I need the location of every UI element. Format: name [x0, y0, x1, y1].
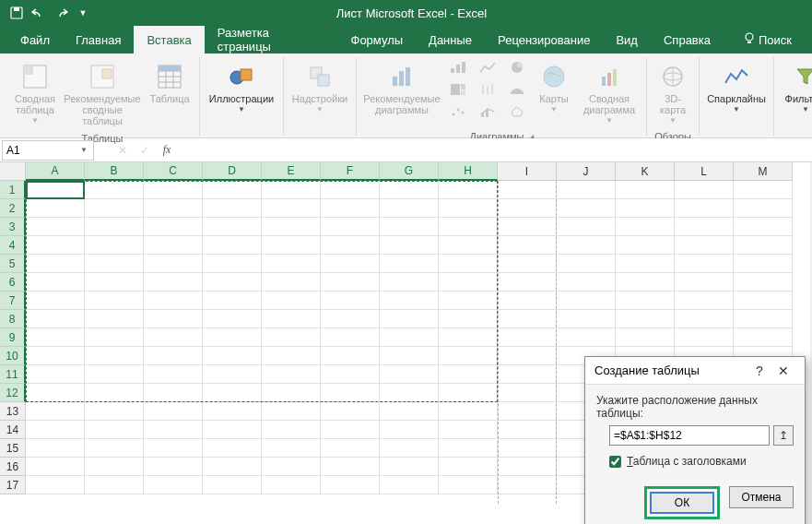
cell[interactable]: [321, 476, 380, 494]
cancel-button[interactable]: Отмена: [729, 486, 794, 508]
cell[interactable]: [262, 328, 321, 347]
cell[interactable]: [380, 310, 439, 328]
cell[interactable]: [85, 365, 144, 384]
cell[interactable]: [85, 255, 144, 273]
cell[interactable]: [616, 218, 675, 236]
cell[interactable]: [262, 347, 321, 365]
cell[interactable]: [439, 347, 498, 365]
cell[interactable]: [321, 255, 380, 273]
cell[interactable]: [557, 236, 616, 255]
cell[interactable]: [380, 181, 439, 199]
cell[interactable]: [85, 328, 144, 347]
cell[interactable]: [675, 218, 734, 236]
range-input[interactable]: [609, 425, 770, 446]
cell[interactable]: [203, 199, 262, 218]
collapse-dialog-icon[interactable]: ↥: [773, 425, 794, 446]
cell[interactable]: [380, 255, 439, 273]
cell[interactable]: [557, 181, 616, 199]
cell[interactable]: [203, 421, 262, 439]
column-header[interactable]: F: [321, 162, 380, 181]
row-header[interactable]: 6: [0, 273, 26, 292]
tab-help[interactable]: Справка: [651, 26, 724, 54]
cell[interactable]: [144, 347, 203, 365]
cell[interactable]: [557, 328, 616, 347]
cell[interactable]: [26, 310, 85, 328]
cell[interactable]: [203, 384, 262, 402]
cell[interactable]: [439, 218, 498, 236]
cell[interactable]: [498, 236, 557, 255]
undo-icon[interactable]: [29, 4, 48, 22]
close-icon[interactable]: ✕: [771, 363, 795, 378]
cell[interactable]: [498, 218, 557, 236]
cell[interactable]: [616, 255, 675, 273]
cell[interactable]: [498, 476, 557, 494]
cell[interactable]: [203, 310, 262, 328]
tab-file[interactable]: Файл: [7, 26, 63, 54]
cell[interactable]: [675, 292, 734, 310]
cell[interactable]: [144, 199, 203, 218]
cell[interactable]: [262, 199, 321, 218]
cell[interactable]: [439, 402, 498, 421]
row-header[interactable]: 13: [0, 402, 26, 421]
cell[interactable]: [498, 273, 557, 292]
formula-input[interactable]: [182, 138, 812, 161]
cell[interactable]: [262, 255, 321, 273]
column-header[interactable]: L: [675, 162, 734, 181]
cell[interactable]: [262, 421, 321, 439]
cell[interactable]: [144, 292, 203, 310]
cell[interactable]: [321, 292, 380, 310]
tab-data[interactable]: Данные: [416, 26, 485, 54]
cell[interactable]: [321, 199, 380, 218]
cell[interactable]: [557, 255, 616, 273]
column-header[interactable]: E: [262, 162, 321, 181]
cell[interactable]: [321, 310, 380, 328]
cell[interactable]: [144, 439, 203, 458]
cell[interactable]: [498, 384, 557, 402]
cell[interactable]: [498, 328, 557, 347]
cell[interactable]: [85, 347, 144, 365]
row-header[interactable]: 14: [0, 421, 26, 439]
cell[interactable]: [203, 236, 262, 255]
cell[interactable]: [262, 365, 321, 384]
cell[interactable]: [557, 292, 616, 310]
cell[interactable]: [380, 347, 439, 365]
cell[interactable]: [262, 181, 321, 199]
cell[interactable]: [498, 458, 557, 476]
row-header[interactable]: 7: [0, 292, 26, 310]
cell[interactable]: [203, 292, 262, 310]
cell[interactable]: [380, 273, 439, 292]
cell[interactable]: [26, 218, 85, 236]
cell[interactable]: [498, 310, 557, 328]
cell[interactable]: [734, 199, 793, 218]
cell[interactable]: [26, 181, 85, 199]
cell[interactable]: [734, 273, 793, 292]
cell[interactable]: [439, 236, 498, 255]
column-header[interactable]: D: [203, 162, 262, 181]
cell[interactable]: [321, 181, 380, 199]
cell[interactable]: [675, 236, 734, 255]
cell[interactable]: [616, 199, 675, 218]
cell[interactable]: [557, 273, 616, 292]
cell[interactable]: [262, 458, 321, 476]
name-box-input[interactable]: [6, 144, 78, 157]
sparklines-button[interactable]: Спарклайны ▼: [705, 57, 768, 118]
row-header[interactable]: 12: [0, 384, 26, 402]
cell[interactable]: [203, 347, 262, 365]
row-header[interactable]: 9: [0, 328, 26, 347]
fx-icon[interactable]: fx: [159, 143, 175, 157]
cell[interactable]: [144, 236, 203, 255]
cell[interactable]: [321, 365, 380, 384]
cell[interactable]: [498, 439, 557, 458]
cell[interactable]: [144, 273, 203, 292]
save-icon[interactable]: [7, 4, 26, 22]
cell[interactable]: [85, 458, 144, 476]
headers-checkbox[interactable]: [609, 456, 621, 468]
cell[interactable]: [262, 439, 321, 458]
cell[interactable]: [675, 273, 734, 292]
cell[interactable]: [85, 273, 144, 292]
row-header[interactable]: 15: [0, 439, 26, 458]
cell[interactable]: [557, 199, 616, 218]
cell[interactable]: [203, 181, 262, 199]
cell[interactable]: [616, 236, 675, 255]
tab-layout[interactable]: Разметка страницы: [205, 26, 338, 54]
